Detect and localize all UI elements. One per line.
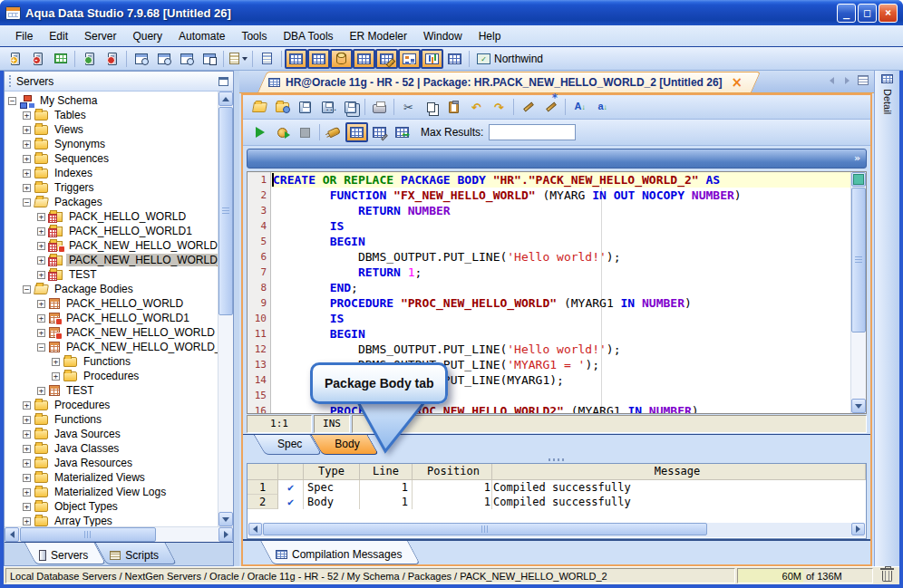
tree-expander-icon[interactable]: − — [23, 198, 31, 207]
scroll-down-button[interactable] — [218, 512, 233, 526]
tab-scroll-left-icon[interactable] — [827, 75, 837, 85]
scroll-thumb[interactable] — [263, 523, 707, 535]
detail-side-tab[interactable]: Detail — [874, 71, 899, 566]
tree-item[interactable]: +PACK_NEW_HELLO_WORLD_2 — [5, 253, 218, 267]
tree-expander-icon[interactable]: + — [37, 329, 45, 337]
view-database-icon[interactable] — [330, 49, 353, 69]
menu-automate[interactable]: Automate — [170, 27, 233, 45]
tree-item[interactable]: +Java Classes — [5, 441, 218, 456]
tree-expander-icon[interactable]: + — [23, 169, 31, 178]
menu-er-modeler[interactable]: ER Modeler — [342, 27, 415, 45]
tree-item[interactable]: −PACK_NEW_HELLO_WORLD_2 — [5, 340, 218, 354]
tree-item[interactable]: +PACK_HELLO_WORLD — [5, 296, 218, 311]
garbage-collect-icon[interactable] — [882, 571, 892, 582]
view-design-icon[interactable] — [375, 49, 398, 69]
save-as-icon[interactable] — [316, 97, 339, 117]
float-panel-icon[interactable] — [218, 77, 228, 86]
editor-vertical-scrollbar[interactable] — [850, 172, 866, 413]
er-diagram-icon[interactable] — [256, 49, 278, 69]
tree-expander-icon[interactable]: + — [52, 372, 60, 381]
menu-window[interactable]: Window — [415, 27, 471, 45]
tree-item[interactable]: +Procedures — [5, 398, 218, 412]
view-tree-icon[interactable] — [398, 49, 421, 69]
menu-server[interactable]: Server — [76, 27, 124, 45]
tree-item[interactable]: +PACK_HELLO_WORLD1 — [5, 311, 218, 325]
scroll-right-button[interactable] — [218, 527, 233, 542]
copy-icon[interactable] — [420, 97, 442, 117]
max-results-input[interactable] — [489, 124, 576, 140]
tree-item[interactable]: +Views — [5, 122, 218, 137]
tree-item[interactable]: +Object Types — [5, 499, 218, 514]
tree-item[interactable]: +Functions — [5, 354, 218, 369]
maximize-button[interactable]: □ — [858, 4, 877, 23]
paste-icon[interactable] — [442, 97, 465, 117]
tree-expander-icon[interactable]: + — [23, 140, 31, 149]
results-edit-icon[interactable] — [368, 122, 391, 142]
sidebar-tab-servers[interactable]: Servers — [30, 543, 101, 564]
schema-browser-icon[interactable] — [49, 49, 72, 69]
view-results-form-icon[interactable] — [307, 49, 330, 69]
schema-combo[interactable]: ✓Northwind — [472, 49, 548, 69]
tab-list-icon[interactable] — [858, 75, 869, 85]
print-icon[interactable] — [368, 97, 391, 117]
tree-item[interactable]: +Materialized View Logs — [5, 485, 218, 499]
execute-icon[interactable] — [248, 122, 271, 142]
document-tab-close-icon[interactable]: × — [732, 76, 743, 89]
format-options-icon[interactable] — [539, 97, 562, 117]
tree-item[interactable]: +TEST — [5, 383, 218, 398]
lowercase-icon[interactable]: a↓ — [591, 97, 614, 117]
tree-expander-icon[interactable]: + — [23, 459, 31, 468]
tree-expander-icon[interactable]: + — [23, 401, 31, 410]
tree-expander-icon[interactable]: + — [37, 227, 45, 236]
open-script-icon[interactable] — [227, 49, 249, 69]
menu-tools[interactable]: Tools — [233, 27, 275, 45]
tab-scroll-right-icon[interactable] — [842, 75, 852, 85]
tree-expander-icon[interactable]: + — [23, 184, 31, 192]
messages-splitter[interactable] — [243, 456, 870, 463]
tree-item[interactable]: +Functions — [5, 412, 218, 427]
table-row[interactable]: 1✔Spec11Compiled successfully — [248, 480, 866, 495]
table-row[interactable]: 2✔Body11Compiled successfully — [248, 495, 866, 509]
tree-expander-icon[interactable]: + — [23, 488, 31, 496]
tree-item[interactable]: +PACK_NEW_HELLO_WORLD — [5, 238, 218, 253]
dropdown-arrow-icon[interactable] — [242, 57, 248, 61]
results-grid-icon[interactable] — [345, 122, 368, 142]
view-table-icon[interactable] — [353, 49, 375, 69]
scroll-left-button[interactable] — [248, 523, 262, 535]
tree-expander-icon[interactable]: + — [37, 256, 45, 265]
tree-item[interactable]: +PACK_NEW_HELLO_WORLD — [5, 325, 218, 340]
panel-grip[interactable] — [9, 75, 12, 87]
tree-expander-icon[interactable]: + — [23, 126, 31, 134]
close-button[interactable]: × — [879, 4, 898, 23]
redo-icon[interactable]: ↷ — [488, 97, 510, 117]
document-tab[interactable]: HR@Oracle 11g - HR - 52 | Package: HR.PA… — [257, 72, 752, 92]
collapsed-pane-bar[interactable]: » — [247, 149, 867, 169]
tree-expander-icon[interactable]: + — [37, 314, 45, 323]
tab-spec[interactable]: Spec — [259, 435, 316, 455]
view-plain-grid-icon[interactable] — [443, 49, 466, 69]
execute-procedure-icon[interactable] — [271, 122, 294, 142]
tree-vertical-scrollbar[interactable] — [218, 92, 233, 526]
tree-item[interactable]: +Tables — [5, 108, 218, 122]
tree-expander-icon[interactable]: + — [37, 387, 45, 395]
tree-item[interactable]: −Packages — [5, 195, 218, 209]
save-icon[interactable] — [294, 97, 316, 117]
cut-icon[interactable]: ✂ — [397, 97, 420, 117]
results-export-icon[interactable]: ↔ — [391, 122, 413, 142]
schema-tree[interactable]: −My Schema+Tables+Views+Synonyms+Sequenc… — [5, 92, 233, 526]
tree-expander-icon[interactable]: + — [37, 300, 45, 308]
tree-item[interactable]: +Java Resources — [5, 456, 218, 470]
tree-item[interactable]: −Package Bodies — [5, 282, 218, 296]
tree-item[interactable]: +PACK_HELLO_WORLD1 — [5, 224, 218, 238]
scroll-thumb[interactable] — [851, 188, 866, 333]
tree-item[interactable]: +Triggers — [5, 180, 218, 195]
tree-expander-icon[interactable]: + — [37, 271, 45, 279]
table-horizontal-scrollbar[interactable] — [248, 523, 865, 537]
uppercase-icon[interactable]: A↓ — [568, 97, 591, 117]
sidebar-tab-scripts[interactable]: Scripts — [101, 543, 171, 564]
tree-expander-icon[interactable]: + — [37, 213, 45, 221]
tree-expander-icon[interactable]: − — [37, 343, 45, 352]
disconnect-server-icon[interactable] — [101, 49, 123, 69]
tree-item[interactable]: +Materialized Views — [5, 470, 218, 485]
file-browser-icon[interactable] — [271, 97, 294, 117]
